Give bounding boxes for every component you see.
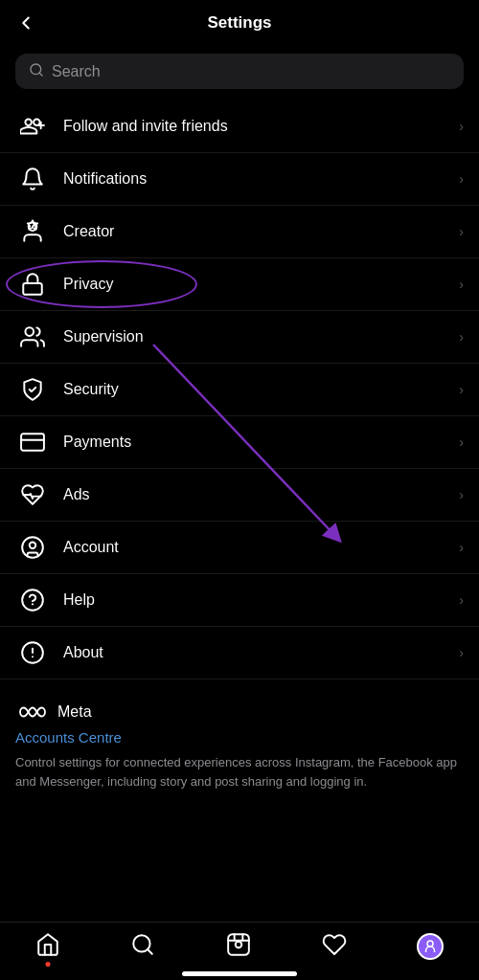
svg-rect-8 (21, 434, 44, 450)
follow-chevron: › (459, 119, 464, 134)
follow-icon (15, 114, 50, 139)
svg-point-11 (30, 543, 36, 549)
bell-icon (15, 167, 50, 191)
account-chevron: › (459, 540, 464, 555)
search-placeholder-text: Search (52, 63, 101, 80)
menu-item-privacy[interactable]: Privacy › (0, 258, 479, 311)
svg-point-10 (22, 537, 43, 558)
svg-point-12 (22, 590, 43, 611)
account-label: Account (63, 539, 459, 556)
account-icon (15, 535, 50, 560)
menu-item-account[interactable]: Account › (0, 522, 479, 574)
follow-label: Follow and invite friends (63, 118, 459, 135)
heart-icon (322, 932, 347, 961)
svg-point-7 (25, 327, 34, 336)
svg-line-1 (39, 73, 42, 76)
payments-icon (15, 430, 50, 455)
nav-item-reels[interactable] (226, 932, 251, 961)
home-active-dot (45, 962, 50, 967)
menu-item-creator[interactable]: Creator › (0, 206, 479, 258)
svg-rect-20 (228, 934, 249, 955)
svg-point-21 (236, 942, 242, 948)
security-chevron: › (459, 382, 464, 397)
ads-label: Ads (63, 486, 459, 503)
nav-item-home[interactable] (35, 932, 60, 961)
meta-logo-icon (15, 702, 50, 722)
menu-item-ads[interactable]: Ads › (0, 469, 479, 522)
search-bar[interactable]: Search (15, 54, 464, 89)
search-nav-icon (130, 932, 155, 961)
menu-item-supervision[interactable]: Supervision › (0, 311, 479, 364)
help-label: Help (63, 591, 459, 609)
creator-icon (15, 219, 50, 244)
meta-description: Control settings for connected experienc… (15, 753, 464, 791)
svg-point-13 (32, 603, 34, 605)
ads-icon (15, 482, 50, 507)
payments-label: Payments (63, 434, 459, 451)
svg-marker-5 (28, 220, 38, 230)
supervision-icon (15, 324, 50, 349)
menu-item-follow[interactable]: Follow and invite friends › (0, 100, 479, 153)
payments-chevron: › (459, 434, 464, 450)
lock-icon (15, 272, 50, 297)
ads-chevron: › (459, 487, 464, 502)
menu-item-about[interactable]: About › (0, 627, 479, 679)
back-button[interactable] (15, 12, 36, 33)
nav-item-profile[interactable] (417, 933, 444, 960)
meta-section: Meta Accounts Centre Control settings fo… (0, 679, 479, 802)
search-icon (29, 62, 44, 80)
meta-label: Meta (57, 703, 92, 721)
meta-logo: Meta (15, 702, 464, 722)
supervision-label: Supervision (63, 328, 459, 345)
page-title: Settings (207, 13, 271, 33)
privacy-label: Privacy (63, 276, 459, 293)
supervision-chevron: › (459, 329, 464, 345)
header: Settings (0, 0, 479, 46)
reels-icon (226, 932, 251, 961)
about-icon (15, 640, 50, 665)
home-icon (35, 932, 60, 961)
help-chevron: › (459, 592, 464, 608)
about-chevron: › (459, 645, 464, 660)
svg-point-25 (427, 941, 433, 947)
security-label: Security (63, 381, 459, 398)
avatar (417, 933, 444, 960)
bottom-nav (0, 922, 479, 980)
menu-item-security[interactable]: Security › (0, 364, 479, 416)
help-icon (15, 588, 50, 612)
accounts-centre-link[interactable]: Accounts Centre (15, 729, 464, 746)
svg-rect-6 (23, 283, 42, 295)
menu-item-help[interactable]: Help › (0, 574, 479, 627)
nav-item-activity[interactable] (322, 932, 347, 961)
notifications-label: Notifications (63, 170, 459, 188)
settings-menu: Follow and invite friends › Notification… (0, 100, 479, 679)
search-container: Search (0, 46, 479, 100)
menu-item-notifications[interactable]: Notifications › (0, 153, 479, 206)
creator-label: Creator (63, 223, 459, 240)
security-icon (15, 377, 50, 402)
menu-item-payments[interactable]: Payments › (0, 416, 479, 469)
notifications-chevron: › (459, 171, 464, 187)
home-indicator (182, 971, 297, 976)
svg-line-19 (148, 949, 152, 954)
about-label: About (63, 644, 459, 661)
nav-item-search[interactable] (130, 932, 155, 961)
creator-chevron: › (459, 224, 464, 239)
privacy-chevron: › (459, 277, 464, 292)
